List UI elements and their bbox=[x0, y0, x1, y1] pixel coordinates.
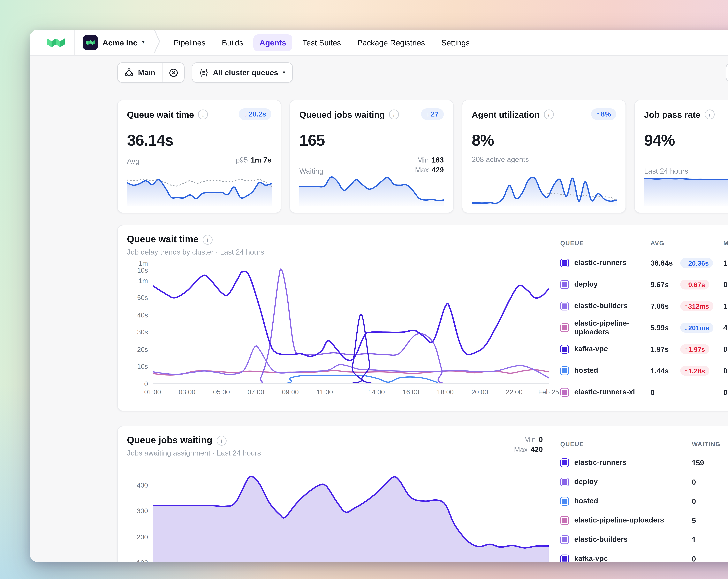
wait-x-axis-label: Feb 25 bbox=[538, 388, 559, 396]
metric-card-queued-jobs-waiting: Queued jobs waitingi↓27165WaitingMin163M… bbox=[289, 100, 454, 213]
column-header: WAITING bbox=[692, 440, 728, 447]
table-row-kafka-vpc[interactable]: kafka-vpc001 bbox=[560, 549, 728, 562]
card-header: Agent utilizationi↑8% bbox=[472, 108, 616, 120]
avg-value: 9.67s bbox=[651, 280, 676, 288]
org-avatar bbox=[83, 35, 98, 50]
table-row-elastic-runners-xl[interactable]: elastic-runners-xl000 bbox=[560, 381, 728, 403]
org-switcher[interactable]: Acme Inc ▾ bbox=[75, 30, 153, 55]
nav-tab-test-suites[interactable]: Test Suites bbox=[296, 34, 347, 51]
sparkline-agent-utilization bbox=[472, 173, 617, 206]
queue-color-chip bbox=[560, 535, 569, 544]
top-navbar: Acme Inc ▾ PipelinesBuildsAgentsTest Sui… bbox=[30, 30, 728, 56]
wait-y-axis-label: 1m bbox=[127, 277, 148, 284]
table-row-hosted[interactable]: hosted1.44s↑1.28s05.18s bbox=[560, 360, 728, 381]
cluster-filter-pill: Main bbox=[117, 62, 184, 83]
queue-name: kafka-vpc bbox=[574, 555, 608, 562]
queue-color-chip bbox=[560, 458, 569, 467]
table-row-elastic-pipeline-uploaders[interactable]: elastic-pipeline-uploaders557 bbox=[560, 511, 728, 530]
trend-badge: ↓27 bbox=[421, 108, 444, 120]
min-cell: 0 bbox=[723, 280, 728, 288]
primary-nav: PipelinesBuildsAgentsTest SuitesPackage … bbox=[167, 34, 476, 51]
wait-y-axis-label: 10s bbox=[127, 363, 148, 370]
info-icon[interactable]: i bbox=[216, 435, 227, 445]
info-icon[interactable]: i bbox=[544, 109, 554, 119]
queue-color-chip bbox=[560, 497, 569, 506]
table-row-kafka-vpc[interactable]: kafka-vpc1.97s↑1.97s040.67s bbox=[560, 338, 728, 360]
buildkite-logo-icon[interactable] bbox=[38, 30, 74, 55]
metric-card-agent-utilization: Agent utilizationi↑8%8%208 active agents bbox=[462, 100, 626, 213]
info-icon[interactable]: i bbox=[198, 109, 208, 119]
table-row-hosted[interactable]: hosted0010 bbox=[560, 492, 728, 511]
queue-name: deploy bbox=[574, 280, 598, 289]
nav-tab-agents[interactable]: Agents bbox=[253, 34, 293, 51]
waiting-cell: 0 bbox=[692, 478, 728, 486]
info-icon[interactable]: i bbox=[705, 109, 714, 119]
wait-x-axis-label: 03:00 bbox=[179, 388, 196, 396]
delta-badge: ↓201ms bbox=[680, 323, 713, 333]
metric-card-queue-wait-time: Queue wait timei↓20.2s36.14sAvgp951m 7s bbox=[117, 100, 281, 213]
close-circle-icon bbox=[169, 68, 178, 77]
card-value: 94% bbox=[644, 133, 728, 149]
queue-name: hosted bbox=[574, 367, 598, 375]
table-row-elastic-runners[interactable]: elastic-runners36.64s↓20.36s13.6s1m 1s bbox=[560, 252, 728, 274]
card-meta: Avgp951m 7s bbox=[127, 155, 271, 166]
jobs-y-axis-label: 100 bbox=[127, 559, 148, 562]
wait-queue-table: QUEUEAVGMINMAXelastic-runners36.64s↓20.3… bbox=[560, 234, 728, 402]
wait-y-axis-label: 40s bbox=[127, 311, 148, 319]
queue-cell: elastic-runners-xl bbox=[560, 388, 651, 397]
cluster-filter[interactable]: Main bbox=[118, 68, 162, 77]
card-meta: WaitingMin163Max429 bbox=[300, 155, 444, 175]
jobs-chart-area: 400300200100 bbox=[127, 464, 550, 562]
info-icon[interactable]: i bbox=[389, 109, 399, 119]
nav-tab-settings[interactable]: Settings bbox=[435, 34, 476, 51]
waiting-cell: 0 bbox=[692, 497, 728, 505]
queue-cell: kafka-vpc bbox=[560, 555, 692, 562]
queue-name: kafka-vpc bbox=[574, 345, 608, 354]
column-header: QUEUE bbox=[560, 240, 651, 246]
wait-line-chart[interactable] bbox=[153, 263, 549, 384]
trend-badge: ↓20.2s bbox=[239, 108, 271, 120]
wait-x-axis-label: 09:00 bbox=[282, 388, 299, 396]
table-row-elastic-builders[interactable]: elastic-builders7.06s↑312ms1.59s21.2s bbox=[560, 295, 728, 317]
time-range-selector: 1h24h7d bbox=[726, 63, 728, 82]
queue-cell: hosted bbox=[560, 497, 692, 506]
table-row-deploy[interactable]: deploy0047 bbox=[560, 472, 728, 492]
queue-color-chip bbox=[560, 555, 569, 562]
nav-tab-package-registries[interactable]: Package Registries bbox=[351, 34, 432, 51]
wait-x-axis-label: 16:00 bbox=[402, 388, 419, 396]
card-meta-line: p951m 7s bbox=[236, 155, 271, 166]
jobs-area-chart[interactable] bbox=[153, 464, 549, 562]
queue-name: elastic-pipeline-uploaders bbox=[574, 516, 664, 525]
queues-filter[interactable]: All cluster queues ▾ bbox=[192, 68, 292, 77]
queue-cell: elastic-pipeline-uploaders bbox=[560, 516, 692, 525]
table-row-elastic-runners[interactable]: elastic-runners159157420 bbox=[560, 453, 728, 472]
clear-cluster-filter-button[interactable] bbox=[163, 63, 184, 82]
table-row-elastic-pipeline-uploaders[interactable]: elastic-pipeline-uploaders5.99s↓201ms4.1… bbox=[560, 317, 728, 338]
queues-filter-pill: All cluster queues ▾ bbox=[191, 62, 293, 83]
info-icon[interactable]: i bbox=[203, 234, 212, 244]
table-row-deploy[interactable]: deploy9.67s↑9.67s01m 6s bbox=[560, 274, 728, 295]
table-row-elastic-builders[interactable]: elastic-builders113 bbox=[560, 530, 728, 549]
nav-tab-pipelines[interactable]: Pipelines bbox=[167, 34, 212, 51]
queue-cell: elastic-runners bbox=[560, 259, 651, 267]
avg-value: 0 bbox=[651, 388, 676, 396]
card-header: Job pass ratei↑6% bbox=[644, 108, 728, 120]
app-window: Acme Inc ▾ PipelinesBuildsAgentsTest Sui… bbox=[30, 30, 728, 562]
card-header: Queued jobs waitingi↓27 bbox=[300, 108, 444, 120]
queue-cell: deploy bbox=[560, 280, 651, 289]
page-background: Acme Inc ▾ PipelinesBuildsAgentsTest Sui… bbox=[0, 0, 728, 579]
queue-name: elastic-pipeline-uploaders bbox=[574, 319, 647, 336]
wait-x-axis-label: 22:00 bbox=[506, 388, 523, 396]
card-title: Queue wait time bbox=[127, 109, 194, 119]
card-title: Agent utilization bbox=[472, 109, 540, 119]
arrow-up-icon: ↑ bbox=[684, 346, 688, 353]
cluster-icon bbox=[125, 68, 133, 77]
queue-name: elastic-builders bbox=[574, 302, 628, 310]
panel-title: Queue wait time bbox=[127, 234, 199, 245]
avg-cell: 7.06s↑312ms bbox=[651, 301, 723, 311]
delta-badge: ↑1.28s bbox=[680, 366, 709, 376]
avg-value: 5.99s bbox=[651, 324, 676, 332]
wait-x-axis-label: 07:00 bbox=[248, 388, 264, 396]
nav-tab-builds[interactable]: Builds bbox=[215, 34, 250, 51]
delta-badge: ↓20.36s bbox=[680, 258, 713, 268]
